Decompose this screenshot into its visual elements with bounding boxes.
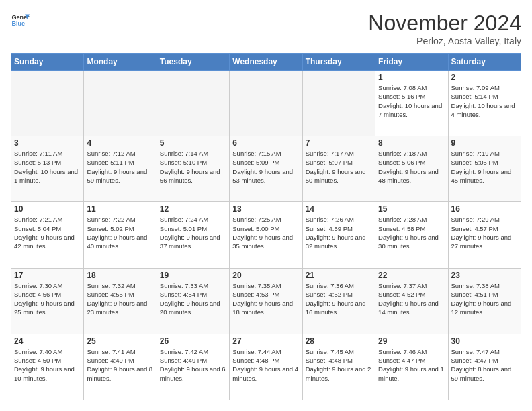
col-sunday: Sunday: [11, 54, 84, 71]
day-info: Sunrise: 7:41 AM Sunset: 4:49 PM Dayligh…: [87, 347, 153, 383]
day-info: Sunrise: 7:17 AM Sunset: 5:07 PM Dayligh…: [306, 149, 372, 185]
day-info: Sunrise: 7:25 AM Sunset: 5:00 PM Dayligh…: [232, 215, 299, 250]
calendar-cell: 24Sunrise: 7:40 AM Sunset: 4:50 PM Dayli…: [11, 334, 84, 400]
calendar-cell: 6Sunrise: 7:15 AM Sunset: 5:09 PM Daylig…: [230, 136, 302, 202]
calendar-cell: 12Sunrise: 7:24 AM Sunset: 5:01 PM Dayli…: [157, 202, 229, 268]
calendar-cell: 25Sunrise: 7:41 AM Sunset: 4:49 PM Dayli…: [84, 334, 157, 400]
title-block: November 2024 Perloz, Aosta Valley, Ital…: [368, 11, 521, 46]
day-info: Sunrise: 7:37 AM Sunset: 4:52 PM Dayligh…: [378, 281, 445, 317]
day-number: 21: [306, 271, 372, 280]
calendar-week-row: 3Sunrise: 7:11 AM Sunset: 5:13 PM Daylig…: [11, 136, 521, 202]
calendar-cell: 10Sunrise: 7:21 AM Sunset: 5:04 PM Dayli…: [11, 202, 84, 268]
col-tuesday: Tuesday: [157, 54, 229, 71]
day-number: 15: [378, 204, 445, 214]
day-info: Sunrise: 7:18 AM Sunset: 5:06 PM Dayligh…: [378, 149, 445, 185]
calendar-cell: 1Sunrise: 7:08 AM Sunset: 5:16 PM Daylig…: [375, 71, 448, 136]
calendar-cell: 3Sunrise: 7:11 AM Sunset: 5:13 PM Daylig…: [11, 136, 84, 202]
day-info: Sunrise: 7:30 AM Sunset: 4:56 PM Dayligh…: [14, 281, 81, 317]
calendar-cell: 16Sunrise: 7:29 AM Sunset: 4:57 PM Dayli…: [448, 202, 521, 268]
calendar-cell: 19Sunrise: 7:33 AM Sunset: 4:54 PM Dayli…: [157, 268, 229, 334]
calendar-cell: 18Sunrise: 7:32 AM Sunset: 4:55 PM Dayli…: [84, 268, 157, 334]
day-number: 30: [451, 336, 518, 346]
day-info: Sunrise: 7:22 AM Sunset: 5:02 PM Dayligh…: [87, 215, 153, 250]
calendar-cell: 29Sunrise: 7:46 AM Sunset: 4:47 PM Dayli…: [375, 334, 448, 400]
day-number: 27: [232, 336, 299, 346]
day-info: Sunrise: 7:26 AM Sunset: 4:59 PM Dayligh…: [306, 215, 372, 250]
day-number: 2: [451, 73, 518, 82]
day-info: Sunrise: 7:14 AM Sunset: 5:10 PM Dayligh…: [160, 149, 226, 185]
calendar-cell: 13Sunrise: 7:25 AM Sunset: 5:00 PM Dayli…: [230, 202, 302, 268]
day-info: Sunrise: 7:45 AM Sunset: 4:48 PM Dayligh…: [306, 347, 372, 383]
calendar-week-row: 10Sunrise: 7:21 AM Sunset: 5:04 PM Dayli…: [11, 202, 521, 268]
header: General Blue November 2024 Perloz, Aosta…: [11, 11, 521, 46]
logo: General Blue: [11, 11, 30, 30]
day-number: 8: [378, 138, 445, 148]
day-number: 7: [306, 138, 372, 148]
calendar-cell: 15Sunrise: 7:28 AM Sunset: 4:58 PM Dayli…: [375, 202, 448, 268]
col-saturday: Saturday: [448, 54, 521, 71]
day-info: Sunrise: 7:42 AM Sunset: 4:49 PM Dayligh…: [160, 347, 226, 383]
calendar-cell: 17Sunrise: 7:30 AM Sunset: 4:56 PM Dayli…: [11, 268, 84, 334]
day-number: 25: [87, 336, 153, 346]
day-number: 5: [160, 138, 226, 148]
day-info: Sunrise: 7:21 AM Sunset: 5:04 PM Dayligh…: [14, 215, 81, 250]
day-number: 16: [451, 204, 518, 214]
calendar-cell: 22Sunrise: 7:37 AM Sunset: 4:52 PM Dayli…: [375, 268, 448, 334]
day-info: Sunrise: 7:44 AM Sunset: 4:48 PM Dayligh…: [232, 347, 299, 383]
day-info: Sunrise: 7:46 AM Sunset: 4:47 PM Dayligh…: [378, 347, 445, 383]
day-info: Sunrise: 7:47 AM Sunset: 4:47 PM Dayligh…: [451, 347, 518, 383]
day-number: 18: [87, 271, 153, 280]
location: Perloz, Aosta Valley, Italy: [368, 36, 521, 46]
logo-icon: General Blue: [11, 11, 30, 30]
day-number: 23: [451, 271, 518, 280]
calendar-week-row: 1Sunrise: 7:08 AM Sunset: 5:16 PM Daylig…: [11, 71, 521, 136]
calendar-cell: 26Sunrise: 7:42 AM Sunset: 4:49 PM Dayli…: [157, 334, 229, 400]
svg-text:Blue: Blue: [11, 20, 25, 27]
day-info: Sunrise: 7:36 AM Sunset: 4:52 PM Dayligh…: [306, 281, 372, 317]
day-info: Sunrise: 7:32 AM Sunset: 4:55 PM Dayligh…: [87, 281, 153, 317]
calendar-cell: 30Sunrise: 7:47 AM Sunset: 4:47 PM Dayli…: [448, 334, 521, 400]
calendar-cell: 5Sunrise: 7:14 AM Sunset: 5:10 PM Daylig…: [157, 136, 229, 202]
day-number: 28: [306, 336, 372, 346]
day-info: Sunrise: 7:33 AM Sunset: 4:54 PM Dayligh…: [160, 281, 226, 317]
calendar-cell: 27Sunrise: 7:44 AM Sunset: 4:48 PM Dayli…: [230, 334, 302, 400]
calendar-cell: 4Sunrise: 7:12 AM Sunset: 5:11 PM Daylig…: [84, 136, 157, 202]
day-number: 9: [451, 138, 518, 148]
day-number: 17: [14, 271, 81, 280]
day-info: Sunrise: 7:24 AM Sunset: 5:01 PM Dayligh…: [160, 215, 226, 250]
calendar-cell: 21Sunrise: 7:36 AM Sunset: 4:52 PM Dayli…: [302, 268, 375, 334]
calendar: Sunday Monday Tuesday Wednesday Thursday…: [11, 53, 521, 400]
day-info: Sunrise: 7:38 AM Sunset: 4:51 PM Dayligh…: [451, 281, 518, 317]
day-info: Sunrise: 7:35 AM Sunset: 4:53 PM Dayligh…: [232, 281, 299, 317]
day-number: 13: [232, 204, 299, 214]
calendar-cell: 23Sunrise: 7:38 AM Sunset: 4:51 PM Dayli…: [448, 268, 521, 334]
calendar-cell: [302, 71, 375, 136]
day-info: Sunrise: 7:15 AM Sunset: 5:09 PM Dayligh…: [232, 149, 299, 185]
calendar-cell: [157, 71, 229, 136]
col-friday: Friday: [375, 54, 448, 71]
day-number: 19: [160, 271, 226, 280]
day-info: Sunrise: 7:19 AM Sunset: 5:05 PM Dayligh…: [451, 149, 518, 185]
calendar-cell: 2Sunrise: 7:09 AM Sunset: 5:14 PM Daylig…: [448, 71, 521, 136]
day-info: Sunrise: 7:40 AM Sunset: 4:50 PM Dayligh…: [14, 347, 81, 383]
col-thursday: Thursday: [302, 54, 375, 71]
day-info: Sunrise: 7:08 AM Sunset: 5:16 PM Dayligh…: [378, 83, 445, 119]
day-number: 24: [14, 336, 81, 346]
calendar-cell: 7Sunrise: 7:17 AM Sunset: 5:07 PM Daylig…: [302, 136, 375, 202]
day-number: 10: [14, 204, 81, 214]
month-title: November 2024: [368, 11, 521, 36]
calendar-cell: 14Sunrise: 7:26 AM Sunset: 4:59 PM Dayli…: [302, 202, 375, 268]
calendar-cell: 9Sunrise: 7:19 AM Sunset: 5:05 PM Daylig…: [448, 136, 521, 202]
day-info: Sunrise: 7:11 AM Sunset: 5:13 PM Dayligh…: [14, 149, 81, 185]
calendar-cell: 20Sunrise: 7:35 AM Sunset: 4:53 PM Dayli…: [230, 268, 302, 334]
day-number: 20: [232, 271, 299, 280]
day-info: Sunrise: 7:28 AM Sunset: 4:58 PM Dayligh…: [378, 215, 445, 250]
day-number: 4: [87, 138, 153, 148]
calendar-week-row: 17Sunrise: 7:30 AM Sunset: 4:56 PM Dayli…: [11, 268, 521, 334]
day-number: 1: [378, 73, 445, 82]
day-number: 11: [87, 204, 153, 214]
day-number: 14: [306, 204, 372, 214]
calendar-cell: 28Sunrise: 7:45 AM Sunset: 4:48 PM Dayli…: [302, 334, 375, 400]
calendar-week-row: 24Sunrise: 7:40 AM Sunset: 4:50 PM Dayli…: [11, 334, 521, 400]
day-number: 29: [378, 336, 445, 346]
